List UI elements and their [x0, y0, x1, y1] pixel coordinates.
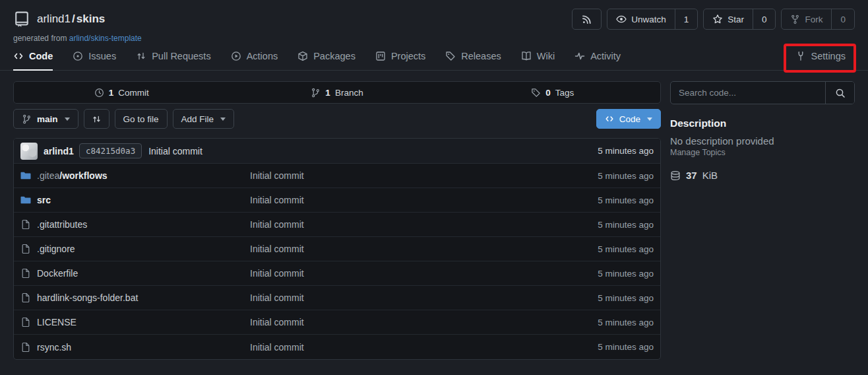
tab-pull-requests-label: Pull Requests — [152, 51, 210, 61]
file-name-link[interactable]: rsync.sh — [37, 342, 71, 353]
chevron-down-icon — [647, 118, 652, 121]
add-file-button[interactable]: Add File — [173, 109, 235, 129]
tab-code[interactable]: Code — [13, 51, 53, 70]
file-icon — [20, 219, 31, 230]
tab-projects[interactable]: Projects — [375, 51, 425, 70]
star-label: Star — [728, 15, 744, 24]
watch-button-group: Unwatch 1 — [607, 9, 698, 30]
commit-age: 5 minutes ago — [598, 146, 654, 156]
file-commit-message-link[interactable]: Initial commit — [250, 292, 598, 303]
branch-icon — [311, 88, 321, 98]
commit-message-link[interactable]: Initial commit — [148, 146, 202, 156]
tab-activity[interactable]: Activity — [574, 51, 621, 70]
tab-issues[interactable]: Issues — [73, 51, 116, 70]
tab-releases[interactable]: Releases — [445, 51, 501, 70]
file-row: .gitattributes Initial commit 5 minutes … — [14, 213, 660, 237]
compare-button[interactable] — [84, 109, 109, 129]
fork-button[interactable]: Fork — [782, 9, 831, 29]
avatar[interactable] — [20, 143, 38, 160]
code-icon — [13, 51, 24, 61]
tab-settings[interactable]: Settings — [795, 51, 846, 70]
commits-stat[interactable]: 1 Commit — [14, 88, 230, 98]
branch-count: 1 — [325, 88, 330, 98]
watchers-count[interactable]: 1 — [675, 9, 698, 29]
template-repo-link[interactable]: arlind/skins-template — [69, 34, 142, 43]
file-commit-message-link[interactable]: Initial commit — [250, 219, 598, 230]
code-download-button[interactable]: Code — [596, 109, 661, 129]
description-title: Description — [670, 118, 855, 129]
go-to-file-label: Go to file — [123, 114, 159, 124]
generated-from: generated from arlind/skins-template — [13, 34, 855, 43]
search-input[interactable] — [671, 82, 825, 104]
star-button[interactable]: Star — [704, 9, 753, 29]
commit-count: 1 — [109, 88, 114, 98]
chevron-down-icon — [65, 118, 70, 121]
tag-label: Tags — [555, 88, 574, 98]
repo-title: arlind1/skins — [13, 11, 105, 28]
commit-hash-link[interactable]: c84215d0a3 — [79, 143, 142, 158]
branch-selector[interactable]: main — [13, 109, 78, 129]
file-commit-message-link[interactable]: Initial commit — [250, 170, 598, 181]
tag-icon — [445, 51, 456, 61]
repo-size: 37 KiB — [670, 170, 855, 181]
repo-owner-link[interactable]: arlind1 — [37, 13, 71, 25]
folder-icon — [20, 170, 31, 181]
commit-author-link[interactable]: arlind1 — [44, 146, 74, 156]
repo-icon — [13, 11, 30, 28]
file-row: LICENSE Initial commit 5 minutes ago — [14, 310, 660, 335]
rss-button[interactable] — [572, 9, 602, 30]
file-name-link[interactable]: .gitignore — [37, 244, 75, 254]
file-icon — [20, 244, 31, 254]
file-commit-message-link[interactable]: Initial commit — [250, 268, 598, 279]
tab-issues-label: Issues — [88, 51, 116, 61]
search-button[interactable] — [825, 82, 854, 104]
repo-stats-bar: 1 Commit 1 Branch 0 — [13, 81, 661, 104]
tag-count: 0 — [545, 88, 551, 98]
pulse-icon — [574, 51, 585, 61]
file-icon — [20, 342, 31, 353]
stars-count[interactable]: 0 — [753, 9, 776, 29]
file-name-link[interactable]: LICENSE — [37, 317, 77, 327]
repo-name-link[interactable]: skins — [77, 13, 105, 25]
chevron-down-icon — [220, 118, 226, 121]
folder-icon — [20, 195, 31, 205]
tab-wiki[interactable]: Wiki — [521, 51, 555, 70]
tab-packages[interactable]: Packages — [297, 51, 356, 70]
go-to-file-button[interactable]: Go to file — [115, 109, 168, 129]
file-name-link[interactable]: Dockerfile — [37, 268, 78, 279]
manage-topics-link[interactable]: Manage Topics — [670, 148, 726, 157]
tab-settings-label: Settings — [811, 51, 846, 61]
add-file-label: Add File — [181, 114, 214, 124]
file-commit-message-link[interactable]: Initial commit — [250, 342, 598, 353]
fork-icon — [790, 15, 800, 24]
file-name-link[interactable]: .gitattributes — [37, 219, 87, 230]
file-age: 5 minutes ago — [598, 269, 654, 279]
file-name-link[interactable]: hardlink-songs-folder.bat — [37, 292, 138, 303]
repo-toolbar: main Go to file Add File — [13, 109, 661, 129]
pull-request-icon — [136, 51, 146, 61]
branches-stat[interactable]: 1 Branch — [230, 88, 445, 98]
unwatch-button[interactable]: Unwatch — [607, 9, 675, 29]
package-icon — [297, 51, 308, 61]
file-age: 5 minutes ago — [598, 171, 654, 181]
tab-wiki-label: Wiki — [537, 51, 555, 61]
repo-action-buttons: Unwatch 1 Star 0 — [572, 9, 855, 30]
compare-icon — [92, 114, 102, 124]
tab-pull-requests[interactable]: Pull Requests — [136, 51, 210, 70]
tag-icon — [531, 88, 541, 98]
issue-icon — [73, 51, 83, 61]
star-button-group: Star 0 — [703, 9, 776, 30]
tags-stat[interactable]: 0 Tags — [445, 88, 660, 98]
branch-name: main — [37, 114, 58, 124]
file-name-link[interactable]: src — [37, 195, 51, 205]
file-commit-message-link[interactable]: Initial commit — [250, 317, 598, 327]
tab-actions[interactable]: Actions — [231, 51, 278, 70]
project-board-icon — [375, 51, 386, 61]
file-name-link[interactable]: /workflows — [59, 170, 107, 181]
tab-packages-label: Packages — [313, 51, 356, 61]
commit-label: Commit — [118, 88, 149, 98]
forks-count[interactable]: 0 — [831, 9, 854, 29]
file-icon — [20, 317, 31, 327]
file-commit-message-link[interactable]: Initial commit — [250, 244, 598, 254]
file-commit-message-link[interactable]: Initial commit — [250, 195, 598, 205]
